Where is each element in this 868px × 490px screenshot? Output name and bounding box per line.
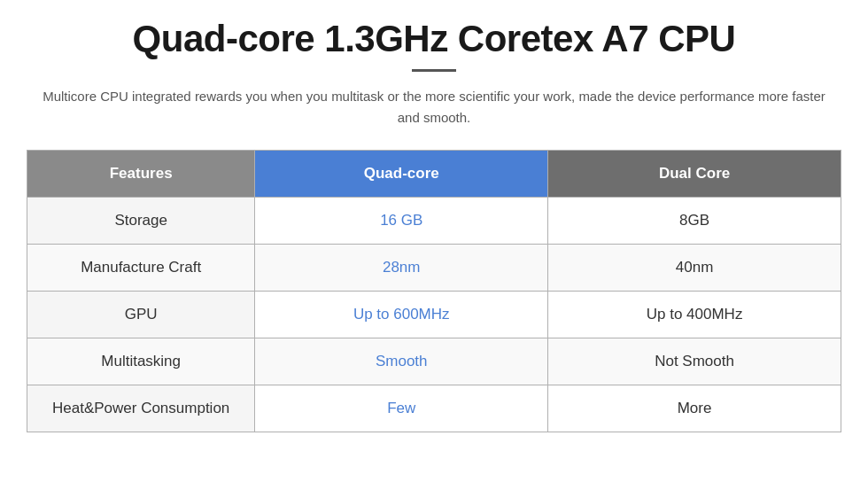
row-dual-value: Up to 400MHz — [548, 292, 841, 338]
table-row: Manufacture Craft28nm40nm — [27, 245, 841, 292]
table-row: Storage16 GB8GB — [27, 198, 841, 245]
table-header-row: Features Quad-core Dual Core — [27, 151, 841, 198]
row-dual-value: 40nm — [548, 245, 841, 292]
comparison-table: Features Quad-core Dual Core Storage16 G… — [27, 150, 841, 432]
table-row: Heat&Power ConsumptionFewMore — [27, 385, 841, 432]
row-quad-value: 16 GB — [255, 198, 548, 245]
row-dual-value: More — [548, 385, 841, 432]
row-label: Manufacture Craft — [27, 245, 255, 292]
row-label: GPU — [27, 292, 255, 338]
table-row: MultitaskingSmoothNot Smooth — [27, 338, 841, 385]
row-quad-value: Up to 600MHz — [255, 292, 548, 338]
header-features: Features — [27, 151, 255, 198]
header-quad: Quad-core — [255, 151, 548, 198]
row-quad-value: 28nm — [255, 245, 548, 292]
row-quad-value: Smooth — [255, 338, 548, 385]
page-subtitle: Multicore CPU integrated rewards you whe… — [35, 86, 833, 128]
header-dual: Dual Core — [548, 151, 841, 198]
page-title: Quad-core 1.3GHz Coretex A7 CPU — [133, 18, 736, 60]
row-dual-value: 8GB — [548, 198, 841, 245]
row-label: Storage — [27, 198, 255, 245]
row-dual-value: Not Smooth — [548, 338, 841, 385]
row-label: Heat&Power Consumption — [27, 385, 255, 432]
row-quad-value: Few — [255, 385, 548, 432]
table-row: GPUUp to 600MHzUp to 400MHz — [27, 292, 841, 338]
title-divider — [412, 69, 456, 72]
row-label: Multitasking — [27, 338, 255, 385]
